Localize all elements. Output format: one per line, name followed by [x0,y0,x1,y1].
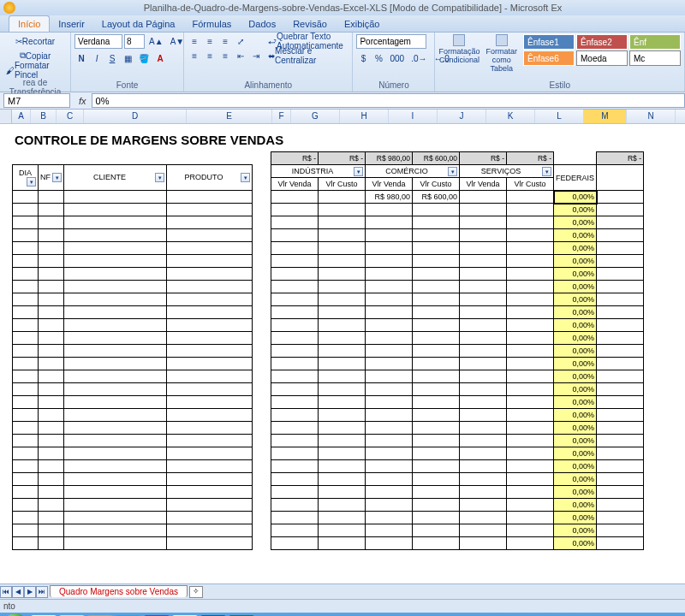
increase-decimal-button[interactable]: .0→ [408,51,429,65]
col-A[interactable]: A [12,110,31,123]
table-row[interactable]: 0,00% [13,370,644,383]
merge-center-button[interactable]: ⬌ Mesclar e Centralizar [265,49,348,62]
grow-font-button[interactable]: A▲ [146,34,166,48]
table-row[interactable]: 0,00% [13,281,644,293]
table-row[interactable]: 0,00% [13,345,644,358]
col-D[interactable]: D [84,110,187,123]
tab-formulas[interactable]: Fórmulas [184,16,241,32]
table-row[interactable]: 0,00% [13,460,644,473]
indent-less-button[interactable]: ⇤ [234,49,247,62]
table-row[interactable]: 0,00% [13,358,644,370]
table-row[interactable]: R$ 980,00R$ 600,000,00% [13,191,644,204]
tab-inserir[interactable]: Inserir [50,16,93,32]
filter-serv[interactable]: ▾ [542,167,551,176]
fill-color-button[interactable]: 🪣 [136,51,152,65]
conditional-format-icon[interactable] [453,34,465,46]
bold-button[interactable]: N [74,51,88,65]
table-row[interactable]: 0,00% [13,383,644,396]
cut-button[interactable]: ✂ Recortar [3,34,67,48]
table-row[interactable]: 0,00% [13,306,644,319]
name-box[interactable]: M7 [3,93,70,108]
font-name-input[interactable] [74,34,122,49]
orientation-button[interactable]: ⤢ [234,34,247,48]
formula-input[interactable]: 0% [92,93,685,108]
percent-button[interactable]: % [372,51,385,65]
select-all-corner[interactable] [0,110,12,123]
spreadsheet-grid[interactable]: A B C D E F G H I J K L M N CONTROLE DE … [0,110,685,583]
tab-dados[interactable]: Dados [240,16,284,32]
format-table-icon[interactable] [496,34,508,46]
col-I[interactable]: I [389,110,438,123]
style-extra[interactable]: Ênf [629,34,681,50]
new-sheet-button[interactable]: ✧ [189,586,203,598]
col-M[interactable]: M [584,110,627,123]
col-F[interactable]: F [272,110,291,123]
table-row[interactable]: 0,00% [13,537,644,550]
col-C[interactable]: C [57,110,84,123]
tab-revisao[interactable]: Revisão [284,16,336,32]
table-row[interactable]: 0,00% [13,319,644,332]
col-B[interactable]: B [31,110,57,123]
table-row[interactable]: 0,00% [13,473,644,486]
table-row[interactable]: 0,00% [13,268,644,281]
sheet-tab-active[interactable]: Quadro Margens sobre Vendas [50,585,188,597]
align-top-button[interactable]: ≡ [188,34,201,48]
style-enfase2[interactable]: Ênfase2 [576,34,628,50]
table-row[interactable]: 0,00% [13,409,644,422]
indent-more-button[interactable]: ⇥ [249,49,263,62]
style-extra2[interactable]: Mc [629,50,681,66]
underline-button[interactable]: S [105,51,119,65]
col-G[interactable]: G [291,110,340,123]
table-row[interactable]: 0,00% [13,435,644,447]
office-button[interactable] [3,2,15,14]
table-row[interactable]: 0,00% [13,293,644,306]
style-enfase6[interactable]: Ênfase6 [523,50,575,66]
border-button[interactable]: ▦ [121,51,134,65]
format-painter-button[interactable]: 🖌 Formatar Pincel [3,63,67,77]
align-left-button[interactable]: ≡ [188,49,201,62]
currency-button[interactable]: $ [356,51,370,65]
table-row[interactable]: 0,00% [13,216,644,229]
comma-button[interactable]: 000 [387,51,407,65]
table-row[interactable]: 0,00% [13,512,644,524]
table-row[interactable]: 0,00% [13,204,644,216]
align-bottom-button[interactable]: ≡ [218,34,232,48]
conditional-format-button[interactable]: Formatação Condicional [438,47,480,64]
filter-com[interactable]: ▾ [448,167,457,176]
col-N[interactable]: N [627,110,676,123]
filter-cliente[interactable]: ▾ [155,173,164,182]
style-enfase1[interactable]: Ênfase1 [523,34,575,50]
number-format-select[interactable] [356,34,426,49]
italic-button[interactable]: I [90,51,104,65]
font-size-input[interactable] [124,34,145,49]
align-center-button[interactable]: ≡ [203,49,217,62]
tab-inicio[interactable]: Início [9,15,50,32]
table-row[interactable]: 0,00% [13,396,644,409]
align-middle-button[interactable]: ≡ [203,34,217,48]
sheet-nav[interactable]: ⏮◀▶⏭ [0,586,48,598]
col-H[interactable]: H [340,110,389,123]
table-row[interactable]: 0,00% [13,524,644,537]
col-J[interactable]: J [438,110,486,123]
col-E[interactable]: E [187,110,272,123]
filter-ind[interactable]: ▾ [354,167,363,176]
table-row[interactable]: 0,00% [13,499,644,512]
format-table-button[interactable]: Formatar como Tabela [485,47,517,73]
table-row[interactable]: 0,00% [13,255,644,268]
tab-exibicao[interactable]: Exibição [336,16,389,32]
table-row[interactable]: 0,00% [13,447,644,460]
table-row[interactable]: 0,00% [13,229,644,242]
font-color-button[interactable]: A [153,51,167,65]
fx-icon[interactable]: fx [79,96,86,106]
filter-produto[interactable]: ▾ [241,173,250,182]
table-row[interactable]: 0,00% [13,486,644,499]
style-moeda[interactable]: Moeda [576,50,628,66]
tab-layout[interactable]: Layout da Página [93,16,184,32]
col-K[interactable]: K [486,110,535,123]
filter-nf[interactable]: ▾ [52,173,62,182]
align-right-button[interactable]: ≡ [218,49,232,62]
table-row[interactable]: 0,00% [13,242,644,255]
filter-dia[interactable]: ▾ [27,177,36,187]
col-L[interactable]: L [535,110,584,123]
table-row[interactable]: 0,00% [13,422,644,435]
